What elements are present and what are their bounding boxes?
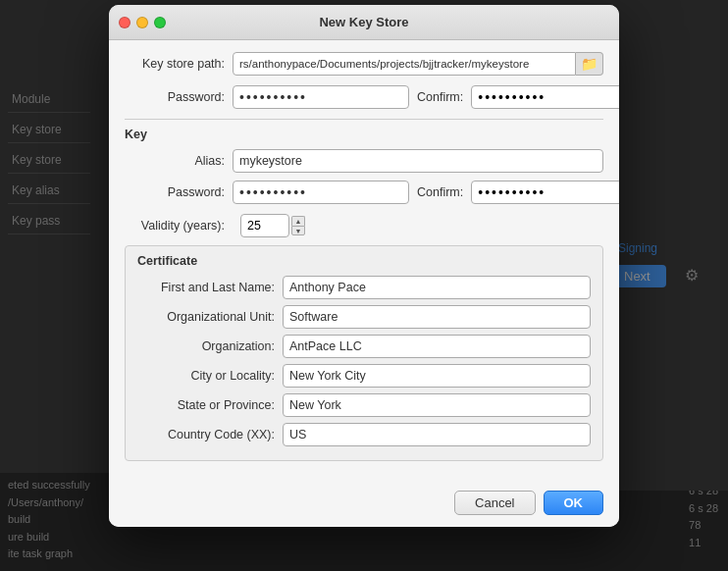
validity-spinner: ▲ ▼ [291,216,305,235]
spinner-up[interactable]: ▲ [291,216,305,226]
keystore-path-row: Key store path: 📁 [125,52,603,76]
password-label: Password: [125,90,233,104]
password-input[interactable] [233,85,409,109]
keystore-path-input-wrap: 📁 [233,52,603,76]
confirm-row: Confirm: [417,85,619,109]
traffic-lights [119,17,166,28]
maximize-button[interactable] [154,17,166,28]
first-last-name-input[interactable] [283,276,591,299]
browse-button[interactable]: 📁 [576,52,603,76]
key-password-input[interactable] [233,181,409,204]
section-divider-1 [125,119,603,120]
city-row: City or Locality: [137,364,591,388]
org-row: Organization: [137,335,591,358]
dialog-footer: Cancel OK [109,483,619,527]
key-password-label: Password: [125,185,233,199]
alias-label: Alias: [125,154,233,168]
ok-button[interactable]: OK [544,491,604,515]
city-label: City or Locality: [137,369,283,383]
validity-input[interactable] [240,214,289,237]
validity-row: Validity (years): ▲ ▼ [125,214,603,237]
modal-overlay: New Key Store Key store path: 📁 Password… [0,0,728,571]
key-confirm-label: Confirm: [417,185,463,199]
first-last-name-row: First and Last Name: [137,276,591,299]
keystore-path-label: Key store path: [125,57,233,71]
first-last-name-label: First and Last Name: [137,281,283,294]
alias-input[interactable] [233,149,603,173]
key-section-label: Key [125,128,603,141]
state-row: State or Province: [137,393,591,417]
country-row: Country Code (XX): [137,423,591,446]
alias-row: Alias: [125,149,603,173]
cancel-button[interactable]: Cancel [454,491,535,515]
state-label: State or Province: [137,398,283,412]
key-password-row: Password: Confirm: [125,181,603,204]
org-input[interactable] [283,335,591,358]
org-unit-row: Organizational Unit: [137,305,591,329]
dialog-titlebar: New Key Store [109,5,619,40]
password-row: Password: Confirm: [125,85,603,109]
confirm-input[interactable] [471,85,619,109]
dialog-title: New Key Store [319,15,408,29]
spinner-down[interactable]: ▼ [291,226,305,235]
keystore-path-input[interactable] [233,52,576,76]
key-confirm-row: Confirm: [417,181,619,204]
city-input[interactable] [283,364,591,388]
state-input[interactable] [283,393,591,417]
country-label: Country Code (XX): [137,428,283,441]
minimize-button[interactable] [136,17,148,28]
confirm-label: Confirm: [417,90,463,104]
key-confirm-input[interactable] [471,181,619,204]
org-unit-input[interactable] [283,305,591,329]
dialog-body: Key store path: 📁 Password: Confirm: Key [109,40,619,483]
validity-label: Validity (years): [125,219,233,233]
org-label: Organization: [137,339,283,353]
country-input[interactable] [283,423,591,446]
close-button[interactable] [119,17,130,28]
certificate-title: Certificate [137,254,591,268]
new-key-store-dialog: New Key Store Key store path: 📁 Password… [109,5,619,527]
org-unit-label: Organizational Unit: [137,310,283,324]
certificate-section: Certificate First and Last Name: Organiz… [125,245,603,461]
